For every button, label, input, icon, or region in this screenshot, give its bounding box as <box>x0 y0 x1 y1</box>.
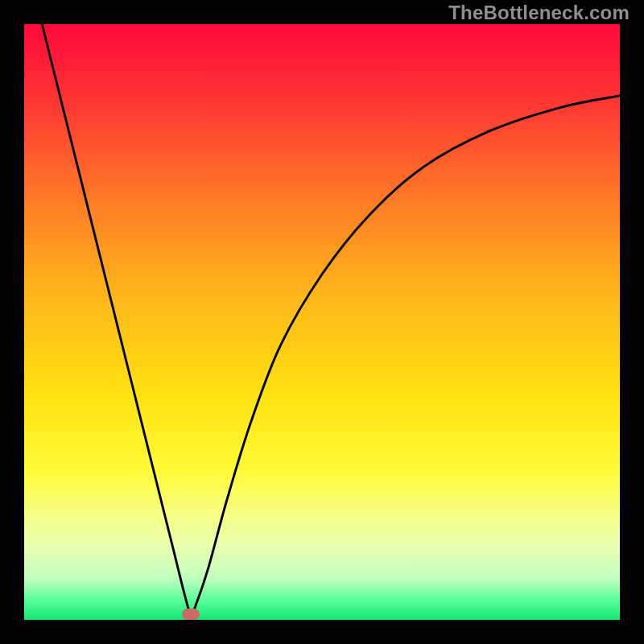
gradient-background <box>24 24 620 620</box>
chart-frame: TheBottleneck.com <box>0 0 644 644</box>
bottleneck-chart <box>24 24 620 620</box>
watermark-text: TheBottleneck.com <box>448 2 630 24</box>
optimal-marker <box>182 609 200 620</box>
